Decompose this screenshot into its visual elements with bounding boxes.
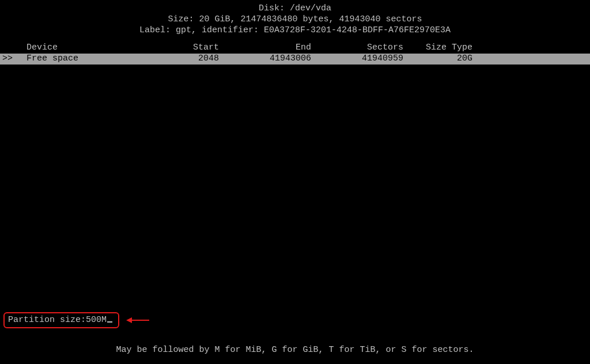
label-line: Label: gpt, identifier: E0A3728F-3201-42… xyxy=(0,25,590,36)
prompt-value: 500M xyxy=(86,315,107,326)
row-size: 20G xyxy=(403,54,472,65)
size-hint: May be followed by M for MiB, G for GiB,… xyxy=(0,345,590,356)
row-sectors: 41940959 xyxy=(311,54,403,65)
table-row[interactable]: >> Free space 2048 41943006 41940959 20G xyxy=(0,54,590,65)
prompt-label: Partition size: xyxy=(8,315,86,326)
partition-size-prompt: Partition size: 500M xyxy=(3,312,149,328)
col-size-type: Size Type xyxy=(403,43,472,54)
col-start: Start xyxy=(150,43,219,54)
size-line: Size: 20 GiB, 21474836480 bytes, 4194304… xyxy=(0,14,590,25)
col-end: End xyxy=(219,43,311,54)
col-sectors: Sectors xyxy=(311,43,403,54)
cfdisk-screen: Disk: /dev/vda Size: 20 GiB, 21474836480… xyxy=(0,0,590,364)
col-device: Device xyxy=(23,43,150,54)
row-end: 41943006 xyxy=(219,54,311,65)
partition-size-input-box[interactable]: Partition size: 500M xyxy=(3,312,119,328)
text-cursor xyxy=(107,321,112,323)
row-start: 2048 xyxy=(150,54,219,65)
disk-line: Disk: /dev/vda xyxy=(0,3,590,14)
row-device: Free space xyxy=(23,54,150,65)
row-marker: >> xyxy=(0,54,23,65)
partition-table: Device Start End Sectors Size Type >> Fr… xyxy=(0,43,590,65)
annotation-arrow-icon xyxy=(126,317,149,323)
table-header: Device Start End Sectors Size Type xyxy=(0,43,590,54)
